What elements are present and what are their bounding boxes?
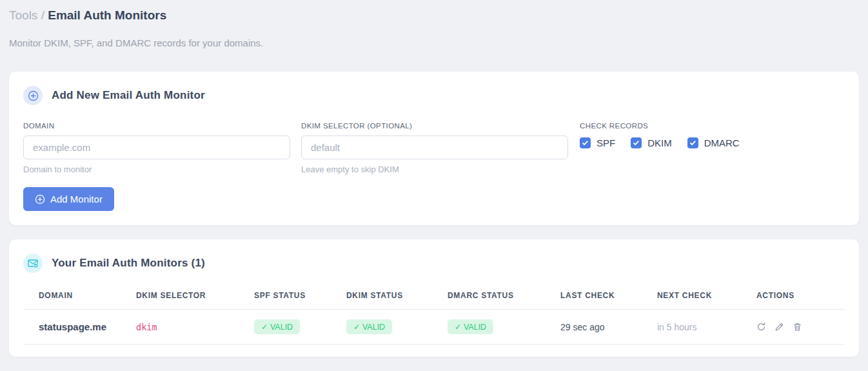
table-header-row: DOMAIN DKIM SELECTOR SPF STATUS DKIM STA…: [23, 282, 845, 310]
column-header-last-check: LAST CHECK: [560, 282, 657, 310]
check-records-options: SPF DKIM DMARC: [580, 137, 845, 148]
monitors-card-title: Your Email Auth Monitors (1): [52, 257, 205, 270]
monitor-next-check: in 5 hours: [657, 310, 756, 345]
column-header-actions: ACTIONS: [756, 282, 845, 310]
domain-field-label: DOMAIN: [23, 122, 290, 130]
email-check-icon: [23, 254, 43, 273]
monitors-card-header: Your Email Auth Monitors (1): [23, 254, 845, 273]
spf-status-badge: ✓ VALID: [254, 319, 300, 334]
dkim-selector-field-helper: Leave empty to skip DKIM: [301, 165, 568, 174]
dkim-selector-field-group: DKIM SELECTOR (OPTIONAL) Leave empty to …: [301, 122, 568, 174]
spf-checkbox-label: SPF: [597, 137, 615, 148]
check-records-label: CHECK RECORDS: [580, 122, 845, 130]
monitor-actions-cell: [756, 310, 845, 345]
dmarc-checkbox-checked-icon[interactable]: [687, 137, 698, 148]
add-monitor-card-header: Add New Email Auth Monitor: [23, 86, 845, 105]
dkim-checkbox-label: DKIM: [647, 137, 672, 148]
add-monitor-card: Add New Email Auth Monitor DOMAIN Domain…: [9, 72, 859, 225]
monitor-dkim-selector: dkim: [136, 310, 254, 345]
column-header-next-check: NEXT CHECK: [657, 282, 756, 310]
row-actions: [756, 322, 840, 332]
monitor-spf-status-cell: ✓ VALID: [254, 310, 346, 345]
breadcrumb-separator: /: [41, 8, 44, 22]
breadcrumb: Tools / Email Auth Monitors: [9, 6, 859, 25]
dmarc-checkbox-label: DMARC: [704, 137, 740, 148]
monitor-last-check: 29 sec ago: [560, 310, 657, 345]
email-auth-monitors-page: Tools / Email Auth Monitors Monitor DKIM…: [0, 0, 868, 357]
domain-field-group: DOMAIN Domain to monitor: [23, 122, 290, 174]
dmarc-status-badge: ✓ VALID: [448, 319, 493, 334]
column-header-spf-status: SPF STATUS: [254, 282, 346, 310]
page-subtitle: Monitor DKIM, SPF, and DMARC records for…: [9, 37, 859, 48]
monitor-dmarc-status-cell: ✓ VALID: [448, 310, 560, 345]
monitor-dkim-status-cell: ✓ VALID: [346, 310, 448, 345]
edit-icon[interactable]: [774, 322, 784, 332]
column-header-dkim-selector: DKIM SELECTOR: [136, 282, 254, 310]
check-records-group: CHECK RECORDS SPF DKIM: [579, 122, 845, 174]
monitors-card: Your Email Auth Monitors (1) DOMAIN DKIM…: [9, 239, 859, 357]
plus-circle-icon: [23, 86, 43, 105]
dkim-status-badge: ✓ VALID: [346, 319, 392, 334]
dkim-checkbox-option[interactable]: DKIM: [631, 137, 672, 148]
dkim-selector-input[interactable]: [301, 135, 568, 159]
table-row: statuspage.me dkim ✓ VALID ✓ VALID ✓ VAL…: [23, 310, 845, 345]
column-header-dkim-status: DKIM STATUS: [346, 282, 448, 310]
monitor-domain: statuspage.me: [23, 310, 136, 345]
breadcrumb-tools-link[interactable]: Tools: [9, 8, 37, 22]
add-monitor-button[interactable]: Add Monitor: [23, 187, 114, 211]
add-monitor-form: DOMAIN Domain to monitor DKIM SELECTOR (…: [23, 122, 845, 174]
dmarc-checkbox-option[interactable]: DMARC: [687, 137, 740, 148]
spf-checkbox-checked-icon[interactable]: [580, 137, 591, 148]
add-monitor-button-label: Add Monitor: [50, 194, 103, 205]
domain-field-helper: Domain to monitor: [23, 165, 290, 174]
monitors-table: DOMAIN DKIM SELECTOR SPF STATUS DKIM STA…: [23, 282, 845, 345]
add-monitor-card-title: Add New Email Auth Monitor: [52, 89, 205, 102]
column-header-dmarc-status: DMARC STATUS: [448, 282, 560, 310]
spf-checkbox-option[interactable]: SPF: [580, 137, 615, 148]
column-header-domain: DOMAIN: [23, 282, 136, 310]
refresh-icon[interactable]: [756, 322, 766, 332]
dkim-selector-field-label: DKIM SELECTOR (OPTIONAL): [301, 122, 568, 130]
plus-circle-icon: [35, 194, 45, 205]
page-title: Email Auth Monitors: [48, 8, 166, 22]
delete-icon[interactable]: [793, 322, 802, 332]
domain-input[interactable]: [23, 135, 290, 159]
dkim-checkbox-checked-icon[interactable]: [631, 137, 642, 148]
